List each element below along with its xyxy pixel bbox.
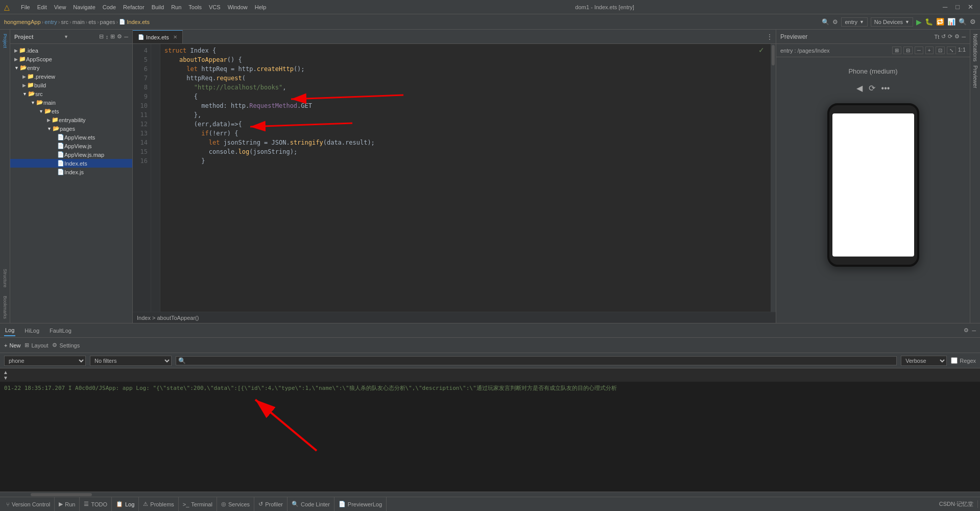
run-button[interactable]: ▶ xyxy=(916,18,922,26)
menu-file[interactable]: File xyxy=(18,3,33,11)
tree-preview-folder[interactable]: ▶ 📁 .preview xyxy=(10,72,132,81)
menu-navigate[interactable]: Navigate xyxy=(70,3,98,11)
tree-pages-folder[interactable]: ▼ 📂 pages xyxy=(10,124,132,133)
tree-entryability-folder[interactable]: ▶ 📁 entryability xyxy=(10,115,132,124)
scroll-down-button[interactable]: ▼ xyxy=(3,375,8,381)
project-tab[interactable]: Project xyxy=(2,30,9,52)
code-editor[interactable]: struct Index { aboutToAppear() { let htt… xyxy=(160,44,758,312)
entry-selector[interactable]: entry ▼ xyxy=(841,17,867,27)
device-selector[interactable]: No Devices ▼ xyxy=(871,17,913,27)
device-more-button[interactable]: ••• xyxy=(881,84,890,93)
view-fit-button[interactable]: ⊡ xyxy=(936,47,945,54)
minimize-tree-button[interactable]: ─ xyxy=(124,33,128,40)
tree-build-folder[interactable]: ▶ 📁 build xyxy=(10,81,132,89)
faultlog-tab[interactable]: FaultLog xyxy=(49,326,73,336)
collapse-all-button[interactable]: ⊟ xyxy=(99,33,104,40)
menu-build[interactable]: Build xyxy=(149,3,167,11)
sync-button[interactable]: ↕ xyxy=(106,33,109,40)
tree-settings-button[interactable]: ⚙ xyxy=(117,33,122,40)
toolbar-search-icon[interactable]: 🔍 xyxy=(959,18,967,26)
notifications-tab[interactable]: Notifications xyxy=(971,32,979,63)
close-button[interactable]: ✕ xyxy=(965,2,976,12)
status-problems[interactable]: ⚠ Problems xyxy=(139,497,178,511)
log-tab[interactable]: Log xyxy=(4,325,15,336)
device-filter-select[interactable]: phone xyxy=(4,356,86,366)
status-previewer-log[interactable]: 📄 PreviewerLog xyxy=(334,497,387,511)
rotate-button[interactable]: ⟳ xyxy=(948,33,952,40)
status-run[interactable]: ▶ Run xyxy=(55,497,80,511)
log-layout-button[interactable]: ⊞ Layout xyxy=(25,342,48,349)
hot-reload-button[interactable]: 🔁 xyxy=(936,18,944,26)
log-content[interactable]: 01-22 18:35:17.207 I A0c0d0/JSApp: app L… xyxy=(0,382,980,492)
log-new-button[interactable]: + New xyxy=(4,342,20,349)
tree-index-ets[interactable]: 📄 Index.ets xyxy=(10,159,132,168)
tree-appview-ets[interactable]: 📄 AppView.ets xyxy=(10,133,132,142)
log-minimize-button[interactable]: ─ xyxy=(972,327,976,334)
tab-close-button[interactable]: ✕ xyxy=(173,34,177,40)
status-profiler[interactable]: ↺ Profiler xyxy=(254,497,288,511)
log-settings2-button[interactable]: ⚙ Settings xyxy=(52,342,80,349)
previewer-minimize-button[interactable]: ─ xyxy=(962,34,966,40)
toolbar-settings-icon[interactable]: ⚙ xyxy=(970,18,976,26)
tree-ets-folder[interactable]: ▼ 📂 ets xyxy=(10,107,132,115)
debug-button[interactable]: 🐛 xyxy=(925,18,933,26)
maximize-button[interactable]: □ xyxy=(953,2,962,12)
bookmarks-tab[interactable]: Bookmarks xyxy=(2,292,9,323)
menu-vcs[interactable]: VCS xyxy=(206,3,224,11)
layout-icon: ⊞ xyxy=(25,342,29,349)
structure-tab[interactable]: Structure xyxy=(2,265,9,292)
tree-index-js[interactable]: 📄 Index.js xyxy=(10,168,132,176)
menu-window[interactable]: Window xyxy=(225,3,251,11)
refresh-button[interactable]: ↺ xyxy=(941,33,946,40)
tree-appview-js[interactable]: 📄 AppView.js xyxy=(10,142,132,150)
tree-idea-folder[interactable]: ▶ 📁 .idea xyxy=(10,46,132,55)
menu-help[interactable]: Help xyxy=(252,3,270,11)
tree-appscope-folder[interactable]: ▶ 📁 AppScope xyxy=(10,55,132,63)
scroll-up-button[interactable]: ▲ xyxy=(3,369,8,375)
tree-appview-js-map[interactable]: 📄 AppView.js.map xyxy=(10,150,132,159)
status-terminal[interactable]: >_ Terminal xyxy=(179,497,217,511)
tab-more-button[interactable]: ⋮ xyxy=(763,33,776,40)
menu-edit[interactable]: Edit xyxy=(34,3,50,11)
view-zoom-out-button[interactable]: ─ xyxy=(915,47,923,54)
menu-view[interactable]: View xyxy=(51,3,69,11)
device-back-button[interactable]: ◀ xyxy=(856,83,863,93)
menu-code[interactable]: Code xyxy=(100,3,119,11)
project-dropdown-icon[interactable]: ▼ xyxy=(64,34,68,39)
status-code-linter[interactable]: 🔍 Code Linter xyxy=(288,497,334,511)
search-icon[interactable]: 🔍 xyxy=(822,18,829,26)
view-expand-button[interactable]: ⤡ xyxy=(947,47,956,54)
previewer-settings-button[interactable]: ⚙ xyxy=(954,33,960,40)
status-services[interactable]: ◎ Services xyxy=(217,497,254,511)
hilog-tab[interactable]: HiLog xyxy=(23,326,40,336)
device-rotate-button[interactable]: ⟳ xyxy=(869,83,875,93)
editor-tab-index-ets[interactable]: 📄 Index.ets ✕ xyxy=(133,30,183,43)
profile-button[interactable]: 📊 xyxy=(947,18,955,26)
menu-tools[interactable]: Tools xyxy=(185,3,205,11)
status-log[interactable]: 📋 Log xyxy=(112,497,139,511)
font-size-button[interactable]: Tt xyxy=(934,34,939,40)
settings-icon[interactable]: ⚙ xyxy=(832,18,838,26)
tree-src-folder[interactable]: ▼ 📂 src xyxy=(10,89,132,98)
filter-button[interactable]: ⊞ xyxy=(110,33,115,40)
tree-main-folder[interactable]: ▼ 📂 main xyxy=(10,98,132,107)
minimize-button[interactable]: ─ xyxy=(940,2,950,12)
previewer-side-tab[interactable]: Previewer xyxy=(971,63,979,90)
view-grid-button[interactable]: ⊞ xyxy=(892,47,901,54)
menu-refactor[interactable]: Refactor xyxy=(120,3,148,11)
view-zoom-in-button[interactable]: + xyxy=(925,47,934,54)
tab-file-icon: 📄 xyxy=(138,34,144,40)
regex-checkbox[interactable] xyxy=(951,357,958,364)
editor-scrollbar[interactable] xyxy=(771,44,776,312)
log-settings-button[interactable]: ⚙ xyxy=(964,327,969,334)
status-version-control[interactable]: ⑂ Version Control xyxy=(2,497,55,511)
status-todo[interactable]: ☰ TODO xyxy=(80,497,112,511)
filter-select[interactable]: No filters xyxy=(90,356,172,366)
log-search-input[interactable] xyxy=(188,357,896,365)
previewer-header: Previewer Tt ↺ ⟳ ⚙ ─ xyxy=(776,30,970,44)
tree-entry-folder[interactable]: ▼ 📂 entry xyxy=(10,63,132,72)
status-csdn[interactable]: CSDN·记忆堂 xyxy=(935,500,978,508)
menu-run[interactable]: Run xyxy=(168,3,184,11)
verbose-select[interactable]: Verbose Debug Info Warn Error xyxy=(901,356,947,366)
view-layer-button[interactable]: ⊟ xyxy=(903,47,913,54)
